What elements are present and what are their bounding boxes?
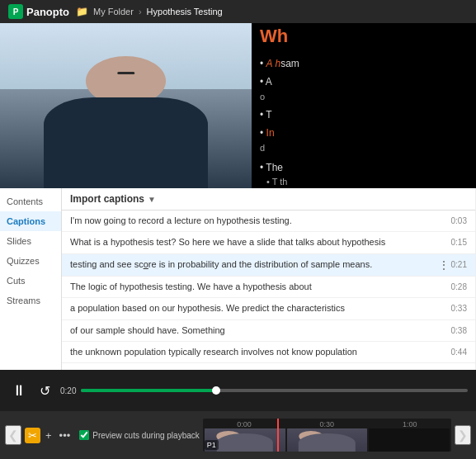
timeline-label-60: 1:00 (403, 420, 417, 428)
timeline-time-labels: 0:00 0:30 1:00 (203, 420, 451, 428)
scissors-tool-button[interactable]: ✂ (25, 428, 40, 443)
caption-item-5[interactable]: a population based on our hypothesis. We… (62, 298, 475, 319)
timeline-tools: ✂ + ••• (25, 428, 73, 443)
panopto-logo-icon: P (8, 4, 23, 19)
timeline-playhead (277, 419, 279, 452)
slide-bullet-3: • T (260, 107, 299, 122)
progress-knob (212, 386, 220, 395)
caption-item-4[interactable]: The logic of hypothesis testing. We have… (62, 277, 475, 298)
person-glasses (117, 72, 134, 73)
import-dropdown-icon[interactable]: ▼ (148, 195, 156, 204)
caption-time-6: 0:38 (451, 324, 467, 335)
app-name: Panopto (26, 6, 69, 18)
caption-text-4: The logic of hypothesis testing. We have… (70, 281, 451, 293)
timeline-bar: ❮ ✂ + ••• Preview cuts during playback 0… (0, 411, 476, 459)
caption-item-7[interactable]: the unknown population typically researc… (62, 342, 475, 363)
thumb-body-1 (216, 433, 272, 452)
timeline-label-30: 0:30 (320, 420, 335, 428)
caption-time-1: 0:03 (451, 215, 467, 225)
timeline-thumbnails (203, 428, 451, 452)
caption-text-2: What is a hypothesis test? So here we ha… (70, 236, 451, 248)
slide-main-sub: • T th (260, 175, 299, 189)
preview-cuts-checkbox[interactable] (79, 430, 89, 440)
slide-panel: Wh • A hsam • Ao • T • Ind • The • T th (252, 23, 476, 188)
timeline-thumb-person-2 (287, 428, 368, 452)
breadcrumb: 📁 My Folder › Hypothesis Testing (76, 6, 223, 17)
sidebar-item-cuts[interactable]: Cuts (0, 271, 61, 291)
caption-text-3: testing and see score is in probability … (70, 258, 436, 271)
timeline-next-button[interactable]: ❯ (455, 425, 471, 445)
sidebar-item-contents[interactable]: Contents (0, 192, 61, 211)
slide-main-bullet: • The • T th (260, 160, 299, 189)
slide-bullet-4: • Ind (260, 125, 299, 155)
timeline-thumb-2 (287, 428, 368, 452)
pause-button[interactable]: ⏸ (8, 381, 30, 401)
sidebar: Contents Captions Slides Quizzes Cuts St… (0, 188, 62, 370)
caption-text-8: and we administer tutoring treatment. We… (70, 367, 451, 370)
caption-item-1[interactable]: I'm now going to record a lecture on hyp… (62, 211, 475, 232)
app-logo[interactable]: P Panopto (8, 4, 69, 19)
p1-label: P1 (205, 440, 219, 450)
breadcrumb-folder[interactable]: My Folder (93, 7, 134, 17)
timeline-prev-button[interactable]: ❮ (5, 425, 21, 445)
slide-bullet-2: • Ao (260, 74, 299, 104)
preview-cuts-area: Preview cuts during playback (79, 430, 200, 440)
caption-time-8: 0:51 (451, 367, 467, 370)
caption-text-1: I'm now going to record a lecture on hyp… (70, 215, 451, 227)
progress-area: 0:20 (60, 386, 468, 395)
caption-time-7: 0:44 (451, 346, 467, 357)
more-tools-button[interactable]: ••• (57, 428, 73, 443)
caption-context-menu-icon[interactable]: ⋮ (436, 258, 451, 272)
timeline-track[interactable]: 0:00 0:30 1:00 P1 (203, 419, 451, 452)
thumb-body-2 (299, 433, 355, 452)
add-tool-button[interactable]: + (43, 428, 54, 443)
captions-panel[interactable]: Import captions ▼ I'm now going to recor… (62, 188, 476, 370)
caption-time-5: 0:33 (451, 302, 467, 313)
caption-item-2[interactable]: What is a hypothesis test? So here we ha… (62, 232, 475, 253)
person-body (44, 97, 207, 188)
captions-header[interactable]: Import captions ▼ (62, 188, 475, 211)
timeline-label-0: 0:00 (237, 420, 252, 428)
caption-text-6: of our sample should have. Something (70, 324, 451, 337)
caption-text-7: the unknown population typically researc… (70, 346, 451, 358)
video-panel (0, 23, 252, 188)
import-captions-label: Import captions (70, 193, 144, 205)
content-row: Contents Captions Slides Quizzes Cuts St… (0, 188, 476, 370)
breadcrumb-current: Hypothesis Testing (147, 7, 223, 17)
slide-title: Wh (260, 22, 299, 50)
progress-bar[interactable] (81, 389, 468, 392)
caption-time-2: 0:15 (451, 236, 467, 247)
rewind-button[interactable]: ↺ (36, 381, 54, 400)
playback-controls: ⏸ ↺ 0:20 (8, 381, 468, 401)
caption-item-8[interactable]: and we administer tutoring treatment. We… (62, 363, 475, 370)
slide-content: Wh • A hsam • Ao • T • Ind • The • T th (260, 22, 299, 189)
sidebar-item-streams[interactable]: Streams (0, 291, 61, 310)
current-time-label: 0:20 (60, 386, 76, 395)
caption-item-6[interactable]: of our sample should have. Something 0:3… (62, 320, 475, 342)
breadcrumb-separator: › (139, 7, 142, 17)
sidebar-item-slides[interactable]: Slides (0, 231, 61, 251)
sidebar-item-quizzes[interactable]: Quizzes (0, 251, 61, 271)
folder-icon: 📁 (76, 6, 88, 17)
caption-text-5: a population based on our hypothesis. We… (70, 302, 451, 315)
main-area: Wh • A hsam • Ao • T • Ind • The • T th (0, 23, 476, 188)
caption-item-3[interactable]: testing and see score is in probability … (62, 254, 475, 277)
sidebar-item-captions[interactable]: Captions (0, 211, 61, 231)
caption-time-3: 0:21 (451, 258, 467, 269)
timeline-thumb-3 (369, 428, 450, 452)
playback-bar: ⏸ ↺ 0:20 (0, 370, 476, 411)
caption-time-4: 0:28 (451, 281, 467, 291)
top-bar: P Panopto 📁 My Folder › Hypothesis Testi… (0, 0, 476, 23)
progress-fill (81, 389, 216, 392)
slide-bullets: • A hsam • Ao • T • Ind (260, 56, 299, 155)
slide-bullet-1: • A hsam (260, 56, 299, 71)
preview-cuts-label: Preview cuts during playback (92, 431, 200, 440)
video-feed (0, 23, 252, 188)
